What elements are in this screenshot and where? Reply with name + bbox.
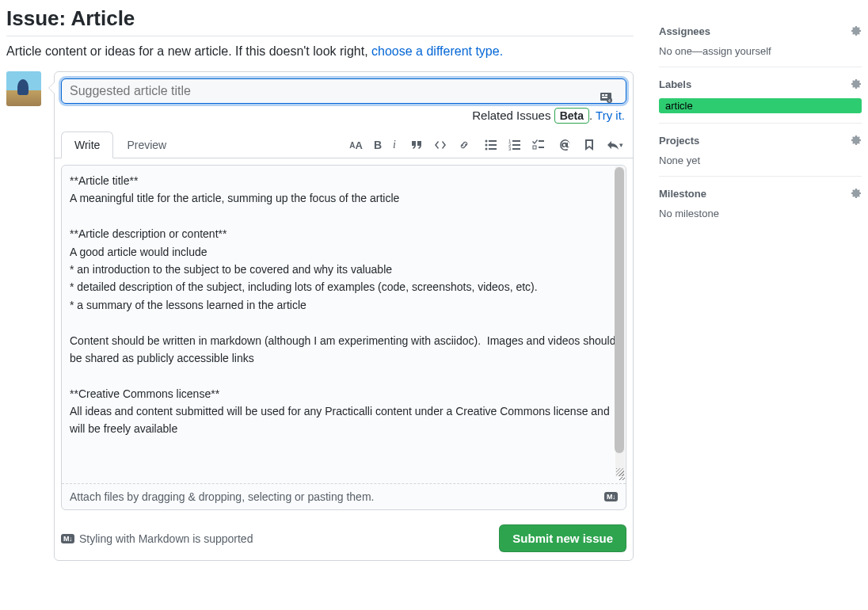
- markdown-badge-icon[interactable]: M↓: [604, 492, 618, 501]
- tab-preview[interactable]: Preview: [113, 132, 180, 158]
- submit-button[interactable]: Submit new issue: [499, 524, 626, 552]
- resize-handle[interactable]: [616, 468, 624, 476]
- markdown-hint[interactable]: Styling with Markdown is supported: [79, 532, 253, 545]
- svg-rect-1: [602, 94, 604, 96]
- related-issues-label: Related Issues: [472, 109, 550, 122]
- mention-icon[interactable]: [559, 139, 572, 151]
- avatar[interactable]: [6, 71, 41, 106]
- svg-point-10: [485, 148, 488, 151]
- svg-rect-19: [533, 146, 536, 149]
- svg-rect-17: [512, 148, 520, 150]
- page-title: Issue: Article: [6, 6, 634, 31]
- svg-rect-2: [605, 94, 607, 96]
- body-textarea[interactable]: [62, 166, 626, 481]
- tab-write[interactable]: Write: [61, 132, 113, 158]
- svg-rect-13: [512, 140, 520, 142]
- projects-body: None yet: [659, 154, 862, 166]
- italic-icon[interactable]: i: [393, 139, 396, 151]
- label-chip-article[interactable]: article: [659, 98, 862, 113]
- assignees-body[interactable]: No one—assign yourself: [659, 45, 862, 57]
- milestone-title: Milestone: [659, 188, 706, 200]
- milestone-body: No milestone: [659, 208, 862, 219]
- markdown-badge-icon: M↓: [61, 534, 74, 543]
- svg-point-8: [485, 144, 488, 147]
- reply-icon[interactable]: ▾: [607, 139, 623, 151]
- heading-icon[interactable]: AA: [349, 139, 363, 151]
- scrollbar[interactable]: [615, 166, 625, 477]
- try-it-link[interactable]: Try it.: [596, 109, 625, 122]
- issue-template-description: Article content or ideas for a new artic…: [6, 44, 634, 59]
- markdown-toolbar: AA B i 123: [349, 139, 626, 151]
- beta-badge: Beta: [554, 108, 589, 124]
- svg-rect-15: [512, 144, 520, 146]
- svg-rect-20: [539, 147, 544, 148]
- svg-rect-3: [602, 97, 607, 98]
- link-icon[interactable]: [458, 139, 470, 151]
- quote-icon[interactable]: [410, 139, 423, 151]
- reference-icon[interactable]: [583, 139, 596, 151]
- svg-text:3: 3: [508, 147, 512, 151]
- gear-icon[interactable]: [849, 186, 862, 201]
- svg-point-6: [485, 140, 488, 143]
- bullet-list-icon[interactable]: [485, 139, 497, 151]
- issue-form: 4 Related Issues Beta. Try it. Write Pre…: [54, 71, 634, 561]
- description-text: Article content or ideas for a new artic…: [6, 44, 371, 58]
- attach-hint[interactable]: Attach files by dragging & dropping, sel…: [70, 490, 374, 503]
- numbered-list-icon[interactable]: 123: [508, 139, 521, 151]
- bold-icon[interactable]: B: [374, 139, 382, 151]
- svg-text:4: 4: [608, 98, 611, 103]
- svg-rect-11: [489, 148, 497, 150]
- svg-rect-9: [489, 144, 497, 146]
- task-list-icon[interactable]: [532, 139, 545, 151]
- header-divider: [6, 36, 634, 36]
- assignees-title: Assignees: [659, 25, 710, 37]
- title-input[interactable]: [61, 78, 626, 104]
- gear-icon[interactable]: [849, 77, 862, 92]
- code-icon[interactable]: [434, 139, 447, 151]
- svg-rect-18: [539, 140, 544, 142]
- choose-type-link[interactable]: choose a different type.: [371, 44, 503, 58]
- gear-icon[interactable]: [849, 24, 862, 39]
- projects-title: Projects: [659, 135, 699, 147]
- svg-rect-7: [489, 140, 497, 142]
- related-issues-row: Related Issues Beta. Try it.: [55, 104, 633, 132]
- labels-title: Labels: [659, 78, 691, 90]
- suggestions-icon[interactable]: 4: [600, 91, 612, 104]
- gear-icon[interactable]: [849, 133, 862, 148]
